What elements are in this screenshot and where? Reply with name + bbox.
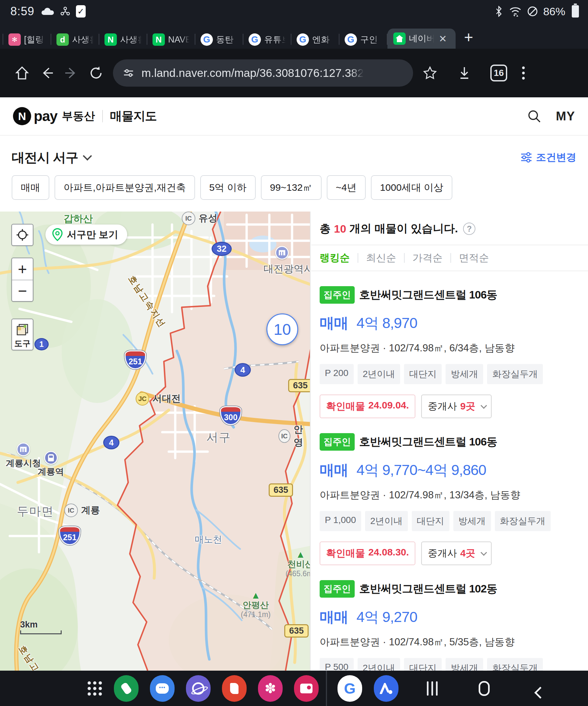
- google-app-icon[interactable]: G: [338, 675, 362, 702]
- tag: 방세개: [445, 364, 483, 384]
- map-scale-bar: 3km: [20, 620, 62, 634]
- map-poi-cheonbisan: ▲ 천비산 (465.6m): [285, 550, 311, 578]
- naver-pay-logo-icon[interactable]: N: [13, 107, 31, 125]
- confirmed-listing-button[interactable]: 확인매물 24.09.04.: [320, 395, 415, 418]
- tab-close-icon[interactable]: ✕: [439, 33, 447, 44]
- help-icon[interactable]: ?: [463, 223, 475, 235]
- zoom-out-button[interactable]: −: [12, 280, 33, 301]
- phone-app-icon[interactable]: [114, 675, 139, 702]
- confirmed-listing-button[interactable]: 확인매물 24.08.30.: [320, 542, 415, 565]
- condition-change-button[interactable]: 조건변경: [520, 151, 576, 164]
- filter-chip-households[interactable]: 1000세대 이상: [371, 175, 453, 200]
- sort-ranking[interactable]: 랭킹순: [320, 251, 350, 265]
- sort-price[interactable]: 가격순: [413, 251, 443, 265]
- confirm-date: 24.08.30.: [368, 547, 409, 560]
- zoom-in-button[interactable]: +: [12, 258, 33, 280]
- view-only-region-button[interactable]: 서구만 보기: [45, 225, 127, 245]
- new-tab-button[interactable]: +: [464, 28, 473, 46]
- listing-card[interactable]: 집주인 호반써밋그랜드센트럴 106동 매매 4억 9,770~4억 9,860…: [311, 418, 588, 565]
- filter-chip-area[interactable]: 99~132㎡: [261, 175, 322, 200]
- realestate-section-label[interactable]: 부동산: [62, 109, 95, 124]
- filter-chip-age[interactable]: ~4년: [327, 175, 366, 200]
- listing-card[interactable]: 집주인 호반써밋그랜드센트럴 102동 매매 4억 9,270 아파트분양권 ·…: [311, 565, 588, 671]
- train-station-icon: [44, 451, 58, 465]
- filter-chip-trade-type[interactable]: 매매: [12, 175, 49, 200]
- browser-tab-5[interactable]: G 동탄: [195, 31, 243, 49]
- browser-tab-3[interactable]: N 사생활: [99, 31, 147, 49]
- search-icon[interactable]: [527, 109, 542, 124]
- red-app-icon[interactable]: [222, 675, 247, 702]
- map-canvas[interactable]: 갑하산 (468.7m) IC 유성 대전광역시 호남고속지선 호남고속지선 3…: [0, 211, 311, 671]
- home-button-android[interactable]: [479, 681, 490, 696]
- listing-title[interactable]: 호반써밋그랜드센트럴 106동: [359, 287, 497, 302]
- site-settings-tune-icon[interactable]: [123, 67, 134, 79]
- naver-land-app-icon[interactable]: [374, 675, 398, 702]
- listing-detail: 아파트분양권 · 102/74.98㎡, 13/34층, 남동향: [320, 488, 580, 502]
- recent-apps-button[interactable]: [427, 681, 438, 696]
- tag: 화장실두개: [487, 658, 543, 671]
- apps-grid-icon[interactable]: [88, 681, 102, 696]
- samsung-internet-app-icon[interactable]: [186, 675, 210, 702]
- flower-app-icon[interactable]: ✽: [258, 675, 283, 702]
- listing-title[interactable]: 호반써밋그랜드센트럴 106동: [359, 434, 497, 449]
- listings-panel[interactable]: 총 10 개의 매물이 있습니다. ? 랭킹순 최신순 가격순 면적순 집주인 …: [311, 211, 588, 671]
- home-button[interactable]: [10, 61, 34, 85]
- map-poi-gyeryong-cityhall: 계룡시청: [6, 442, 41, 469]
- download-button[interactable]: [452, 61, 477, 85]
- forward-button[interactable]: [59, 61, 84, 85]
- naver-pay-logo-text[interactable]: pay: [34, 108, 57, 124]
- map-tools-button[interactable]: 도구: [11, 319, 33, 350]
- map-label-dumamyeon: 두마면: [17, 504, 54, 519]
- map-label-daejeon-city: 대전광역시: [264, 262, 311, 276]
- tag: 방세개: [445, 658, 483, 671]
- browser-tab-4[interactable]: N NAVER: [147, 31, 195, 49]
- browser-tab-7[interactable]: G 엔화: [291, 31, 339, 49]
- listing-detail: 아파트분양권 · 102/74.98㎡, 5/35층, 남동향: [320, 635, 580, 649]
- agents-dropdown-button[interactable]: 중개사 9곳: [421, 395, 492, 418]
- browser-tab-2[interactable]: d 사생활: [51, 31, 99, 49]
- layers-icon: [16, 323, 29, 336]
- url-text[interactable]: m.land.naver.com/map/36.3081076:127.382: [142, 67, 364, 79]
- back-button-android[interactable]: [535, 687, 546, 699]
- google-favicon: G: [248, 33, 261, 46]
- tag: 방세개: [453, 511, 491, 531]
- dock-divider: [326, 671, 327, 706]
- owner-badge: 집주인: [320, 286, 355, 304]
- reload-button[interactable]: [84, 61, 108, 85]
- notification-molecule-icon: [61, 6, 70, 16]
- browser-tab-1[interactable]: ✻ [힐링: [3, 31, 51, 49]
- sort-area[interactable]: 면적순: [459, 251, 489, 265]
- tag: 대단지: [404, 658, 442, 671]
- my-menu-button[interactable]: MY: [556, 109, 575, 123]
- browser-tab-8[interactable]: G 구인: [340, 31, 387, 49]
- menu-kebab-button[interactable]: [511, 61, 536, 85]
- sort-newest[interactable]: 최신순: [366, 251, 396, 265]
- agent-count: 4곳: [460, 547, 475, 560]
- listing-title[interactable]: 호반써밋그랜드센트럴 102동: [359, 581, 497, 596]
- listing-card[interactable]: 집주인 호반써밋그랜드센트럴 106동 매매 4억 8,970 아파트분양권 ·…: [311, 271, 588, 418]
- back-button[interactable]: [34, 61, 59, 85]
- location-pin-icon: [52, 228, 63, 241]
- current-location-button[interactable]: [11, 224, 33, 246]
- filter-chip-price[interactable]: 5억 이하: [200, 175, 256, 200]
- browser-tab-active-naver-land[interactable]: 네이버 ✕: [387, 29, 456, 49]
- map-route-635-badge-3: 635: [284, 624, 309, 637]
- tag: 2년이내: [365, 511, 408, 531]
- mountain-icon: ▲: [296, 550, 305, 559]
- camera-app-icon[interactable]: [294, 675, 319, 702]
- listing-price: 4억 9,770~4억 9,860: [357, 462, 486, 478]
- daum-favicon: d: [56, 33, 69, 46]
- map-route-4-badge: 4: [235, 363, 251, 377]
- tab-switcher-button[interactable]: 16: [486, 61, 511, 85]
- browser-tab-6[interactable]: G 유튜브: [243, 31, 291, 49]
- messages-app-icon[interactable]: [150, 675, 174, 702]
- map-listing-cluster-marker[interactable]: 10: [266, 313, 298, 345]
- region-selector[interactable]: 대전시 서구: [12, 149, 89, 166]
- agents-dropdown-button[interactable]: 중개사 4곳: [421, 542, 492, 565]
- chevron-down-icon: [481, 549, 487, 556]
- map-ic-gyeryong: IC 계룡: [64, 504, 100, 517]
- map-jc-seodaejeon: JC 서대전: [135, 392, 181, 405]
- url-bar[interactable]: m.land.naver.com/map/36.3081076:127.382: [113, 60, 413, 87]
- bookmark-star-button[interactable]: [418, 61, 442, 85]
- filter-chip-property-type[interactable]: 아파트,아파트분양권,재건축: [54, 175, 195, 200]
